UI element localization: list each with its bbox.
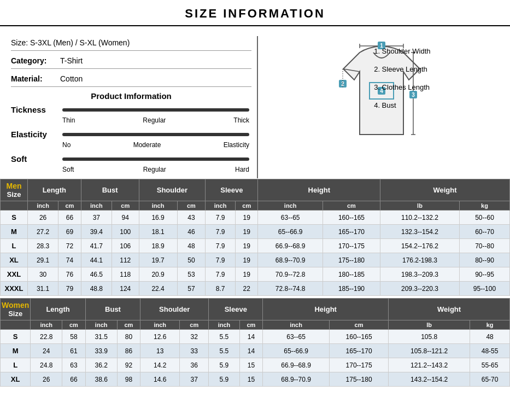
data-cell: 70.9--72.8 bbox=[258, 267, 323, 282]
table-row: M246133.98613335.51465--66.9165--170105.… bbox=[1, 344, 510, 358]
data-cell: 19 bbox=[236, 267, 258, 282]
data-cell: 41.7 bbox=[81, 239, 112, 253]
data-cell: 66 bbox=[62, 372, 86, 387]
data-cell: 68.9--70.9 bbox=[263, 372, 330, 387]
data-cell: 176.2-198.3 bbox=[380, 253, 460, 267]
data-cell: 31.5 bbox=[85, 330, 117, 344]
legend-bust: 4. Bust bbox=[374, 101, 430, 109]
data-cell: 12.6 bbox=[140, 330, 180, 344]
men-size-unit bbox=[1, 201, 28, 211]
data-cell: 118 bbox=[112, 267, 139, 282]
data-cell: 72.8--74.8 bbox=[258, 282, 323, 296]
no-label: No bbox=[62, 141, 71, 149]
men-height-cm: cm bbox=[323, 201, 380, 211]
data-cell: 20.9 bbox=[139, 267, 177, 282]
men-shoulder-header: Shoulder bbox=[139, 179, 206, 201]
men-gender-col: Men Size bbox=[1, 179, 28, 201]
women-size-unit bbox=[1, 320, 31, 330]
data-cell: 7.9 bbox=[206, 239, 236, 253]
data-cell: 100 bbox=[112, 225, 139, 239]
size-cell: XXXL bbox=[1, 282, 28, 296]
data-cell: 19 bbox=[236, 225, 258, 239]
data-cell: 7.9 bbox=[206, 267, 236, 282]
category-value: T-Shirt bbox=[60, 56, 83, 65]
data-cell: 5.9 bbox=[209, 372, 239, 387]
data-cell: 165--170 bbox=[323, 225, 380, 239]
men-length-inch: inch bbox=[28, 201, 58, 211]
data-cell: 53 bbox=[177, 267, 206, 282]
data-cell: 5.5 bbox=[209, 344, 239, 358]
data-cell: 60--70 bbox=[459, 225, 509, 239]
men-bust-cm: cm bbox=[112, 201, 139, 211]
data-cell: 80--90 bbox=[459, 253, 509, 267]
women-gender-col: Women Size bbox=[1, 299, 31, 320]
data-cell: 48.8 bbox=[81, 282, 112, 296]
men-shoulder-cm: cm bbox=[177, 201, 206, 211]
data-cell: 170--175 bbox=[329, 358, 388, 372]
data-cell: 24.8 bbox=[31, 358, 62, 372]
data-cell: 22.8 bbox=[31, 330, 62, 344]
data-cell: 185--190 bbox=[323, 282, 380, 296]
data-cell: 46.5 bbox=[81, 267, 112, 282]
data-cell: 50--60 bbox=[459, 211, 509, 225]
data-cell: 95--100 bbox=[459, 282, 509, 296]
page-title: SIZE INFORMATION bbox=[0, 0, 510, 26]
legend-shoulder: 1. Shoulder Width bbox=[374, 47, 430, 55]
size-info-row: Size: S-3XL (Men) / S-XL (Women) bbox=[11, 35, 251, 51]
data-cell: 65--66.9 bbox=[258, 225, 323, 239]
data-cell: 48 bbox=[177, 239, 206, 253]
size-cell: L bbox=[1, 358, 31, 372]
size-cell: S bbox=[1, 211, 28, 225]
material-value: Cotton bbox=[60, 74, 83, 83]
women-height-inch: inch bbox=[263, 320, 330, 330]
product-info-section: Size: S-3XL (Men) / S-XL (Women) Categor… bbox=[5, 31, 257, 179]
data-cell: 209.3--220.3 bbox=[380, 282, 460, 296]
men-weight-header: Weight bbox=[380, 179, 510, 201]
women-weight-kg: kg bbox=[470, 320, 510, 330]
data-cell: 32 bbox=[180, 330, 209, 344]
data-cell: 63 bbox=[62, 358, 86, 372]
women-length-cm: cm bbox=[62, 320, 86, 330]
men-sleeve-header: Sleeve bbox=[206, 179, 258, 201]
data-cell: 19.7 bbox=[139, 253, 177, 267]
data-cell: 57 bbox=[177, 282, 206, 296]
women-bust-cm: cm bbox=[117, 320, 140, 330]
women-height-header: Height bbox=[263, 299, 389, 320]
women-sleeve-header: Sleeve bbox=[209, 299, 263, 320]
data-cell: 38.6 bbox=[85, 372, 117, 387]
moderate-label: Moderate bbox=[133, 141, 161, 149]
data-cell: 30 bbox=[28, 267, 58, 282]
table-row: L24.86336.29214.2365.91566.9--68.9170--1… bbox=[1, 358, 510, 372]
women-shoulder-cm: cm bbox=[180, 320, 209, 330]
table-row: XXL307646.511820.9537.91970.9--72.8180--… bbox=[1, 267, 510, 282]
data-cell: 14 bbox=[239, 330, 263, 344]
soft-slider bbox=[62, 158, 249, 161]
data-cell: 68.9--70.9 bbox=[258, 253, 323, 267]
data-cell: 121.2--143.2 bbox=[389, 358, 470, 372]
data-cell: 31.1 bbox=[28, 282, 58, 296]
size-cell: XL bbox=[1, 372, 31, 387]
data-cell: 63--65 bbox=[263, 330, 330, 344]
data-cell: 66.9--68.9 bbox=[263, 358, 330, 372]
men-length-cm: cm bbox=[58, 201, 81, 211]
men-size-table: Men Size Length Bust Shoulder Sleeve Hei… bbox=[0, 179, 510, 296]
data-cell: 24 bbox=[31, 344, 62, 358]
data-cell: 65--66.9 bbox=[263, 344, 330, 358]
men-bust-header: Bust bbox=[81, 179, 139, 201]
women-shoulder-header: Shoulder bbox=[140, 299, 209, 320]
women-size-table-section: Women Size Length Bust Shoulder Sleeve H… bbox=[0, 298, 510, 387]
data-cell: 7.9 bbox=[206, 211, 236, 225]
data-cell: 58 bbox=[62, 330, 86, 344]
data-cell: 124 bbox=[112, 282, 139, 296]
data-cell: 79 bbox=[58, 282, 81, 296]
data-cell: 74 bbox=[58, 253, 81, 267]
thick-label: Thick bbox=[233, 116, 249, 124]
elasticity-end-label: Elasticity bbox=[224, 141, 249, 149]
legend-sleeve: 2. Sleeve Length bbox=[374, 65, 430, 73]
data-cell: 27.2 bbox=[28, 225, 58, 239]
soft-row: Soft bbox=[11, 154, 251, 164]
size-cell: L bbox=[1, 239, 28, 253]
data-cell: 105.8 bbox=[389, 330, 470, 344]
data-cell: 33.9 bbox=[85, 344, 117, 358]
data-cell: 98 bbox=[117, 372, 140, 387]
